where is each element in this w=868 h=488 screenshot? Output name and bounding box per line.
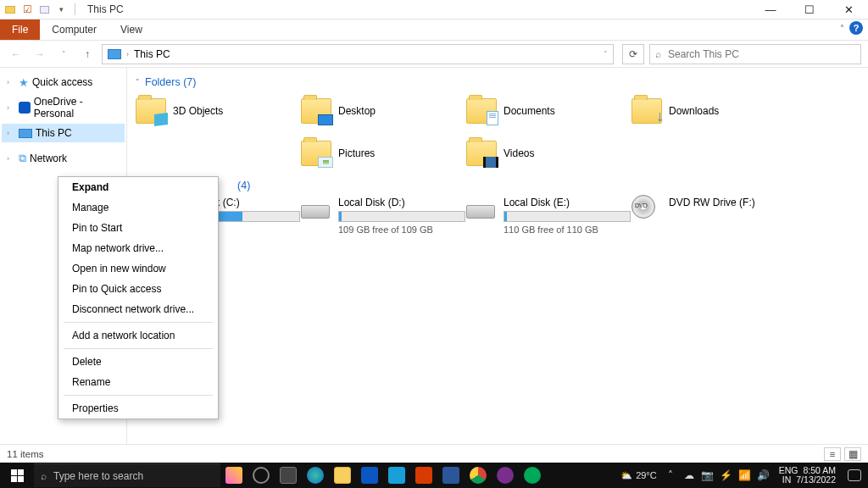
weather-widget[interactable]: ⛅ 29°C (614, 470, 664, 481)
download-arrow-icon: ↓ (656, 108, 664, 125)
edge-icon[interactable] (302, 463, 329, 488)
drives-grid: Local Disk (C:)78.1 GBLocal Disk (D:)109… (136, 197, 860, 235)
status-bar: 11 items ≡ ▦ (0, 444, 868, 463)
folder-label: 3D Objects (173, 105, 223, 117)
folder-label: Pictures (338, 147, 375, 159)
drive-usage-bar (504, 211, 631, 222)
context-menu-item[interactable]: Properties (64, 398, 213, 419)
search-input[interactable] (666, 47, 855, 61)
drive-title: Local Disk (E:) (504, 197, 631, 208)
context-menu: ExpandManagePin to StartMap network driv… (58, 176, 219, 419)
help-icon[interactable]: ? (849, 21, 863, 35)
context-menu-item[interactable]: Open in new window (64, 258, 213, 279)
tray-overflow-icon[interactable]: ˄ (664, 469, 677, 481)
drive-item[interactable]: DVD RW Drive (F:) (632, 197, 797, 235)
context-menu-item[interactable]: Expand (64, 177, 213, 197)
folder-icon (466, 141, 497, 166)
taskbar-pins (220, 463, 546, 488)
wifi-icon[interactable]: 📶 (738, 469, 752, 481)
folders-group-header[interactable]: ˅ Folders (7) (136, 76, 860, 88)
drive-free-text: 110 GB free of 110 GB (504, 225, 631, 235)
view-tab[interactable]: View (108, 19, 154, 40)
battery-icon[interactable]: ⚡ (720, 469, 733, 481)
sidebar-item-label: OneDrive - Personal (34, 96, 125, 119)
computer-tab[interactable]: Computer (40, 19, 108, 40)
explorer-icon (3, 3, 17, 16)
large-icons-view-button[interactable]: ▦ (844, 447, 861, 461)
office-icon[interactable] (410, 463, 437, 488)
drive-item[interactable]: Local Disk (E:)110 GB free of 110 GB (466, 197, 632, 235)
drives-group-header[interactable]: ˅ Devices and drives (4) (136, 180, 860, 191)
sidebar-item-quick-access[interactable]: › ★ Quick access (2, 73, 125, 92)
explorer-taskbar-icon[interactable] (329, 463, 356, 488)
folder-documents[interactable]: Documents (466, 93, 632, 129)
qat-dropdown-icon[interactable]: ▾ (54, 3, 68, 16)
mail-icon[interactable] (356, 463, 383, 488)
window-title: This PC (82, 0, 129, 19)
context-menu-item[interactable]: Map network drive... (64, 238, 213, 258)
context-menu-item[interactable]: Add a network location (64, 325, 213, 346)
properties-qat-icon[interactable]: ☑ (20, 3, 34, 16)
app-icon[interactable] (519, 463, 546, 488)
network-icon: ⧉ (19, 152, 26, 165)
details-view-button[interactable]: ≡ (824, 447, 841, 461)
folders-grid: 3D Objects Desktop Documents ↓Downloads … (136, 93, 860, 171)
task-view-icon[interactable] (275, 463, 302, 488)
search-box[interactable]: ⌕ (649, 44, 861, 64)
context-menu-item[interactable]: Rename (64, 372, 213, 392)
folder-desktop[interactable]: Desktop (301, 93, 466, 129)
sidebar-item-network[interactable]: › ⧉ Network (2, 149, 125, 168)
file-tab[interactable]: File (0, 19, 40, 40)
folder-3d-objects[interactable]: 3D Objects (136, 93, 301, 129)
recent-dropdown[interactable]: ˅ (54, 45, 73, 64)
ribbon-expand-icon[interactable]: ˄ (840, 24, 844, 33)
store-icon[interactable] (383, 463, 410, 488)
chevron-right-icon[interactable]: › (7, 154, 15, 163)
up-button[interactable]: ↑ (78, 45, 97, 64)
refresh-button[interactable]: ⟳ (622, 44, 644, 64)
close-button[interactable]: ✕ (829, 0, 868, 19)
widgets-icon[interactable] (220, 463, 248, 488)
hdd-icon (301, 197, 331, 219)
chrome-icon[interactable] (465, 463, 492, 488)
taskbar-search[interactable]: ⌕ Type here to search (34, 463, 220, 487)
app-icon[interactable] (492, 463, 519, 488)
action-center-icon[interactable] (841, 463, 868, 488)
start-button[interactable] (0, 469, 34, 482)
onedrive-tray-icon[interactable]: ☁ (682, 469, 696, 481)
forward-button[interactable]: → (31, 45, 49, 64)
volume-icon[interactable]: 🔊 (757, 469, 771, 481)
context-menu-item[interactable]: Disconnect network drive... (64, 299, 213, 319)
dvd-drive-icon (632, 197, 662, 219)
taskbar-search-placeholder: Type here to search (53, 470, 143, 482)
breadcrumb[interactable]: This PC (134, 48, 170, 60)
folder-downloads[interactable]: ↓Downloads (632, 93, 797, 129)
taskbar-clock[interactable]: ENG 8:50 AM IN 7/13/2022 (774, 466, 841, 485)
maximize-button[interactable]: ☐ (790, 0, 829, 19)
drive-item[interactable]: Local Disk (D:)109 GB free of 109 GB (301, 197, 466, 235)
lang-region: IN (782, 475, 792, 485)
chevron-right-icon[interactable]: › (7, 129, 15, 137)
minimize-button[interactable]: — (751, 0, 790, 19)
word-icon[interactable] (437, 463, 465, 488)
context-menu-item[interactable]: Pin to Quick access (64, 279, 213, 299)
context-menu-item[interactable]: Delete (64, 352, 213, 372)
folder-icon (301, 141, 331, 166)
folder-icon: ↓ (632, 98, 662, 124)
sidebar-item-this-pc[interactable]: › This PC (2, 124, 125, 142)
back-button[interactable]: ← (7, 45, 25, 64)
context-menu-item[interactable]: Manage (64, 197, 213, 218)
chevron-right-icon[interactable]: › (7, 78, 15, 86)
context-menu-item[interactable]: Pin to Start (64, 218, 213, 238)
folder-pictures[interactable]: Pictures (301, 136, 466, 171)
cortana-icon[interactable] (248, 463, 275, 488)
pc-icon (108, 49, 121, 59)
sidebar-item-onedrive[interactable]: › OneDrive - Personal (2, 98, 125, 117)
new-folder-qat-icon[interactable] (37, 3, 51, 16)
folder-videos[interactable]: Videos (466, 136, 632, 171)
chevron-right-icon[interactable]: › (7, 103, 15, 112)
folder-icon (301, 98, 331, 124)
meet-now-icon[interactable]: 📷 (701, 469, 715, 481)
address-dropdown-icon[interactable]: ˅ (604, 50, 608, 58)
address-bar[interactable]: › This PC ˅ (102, 44, 614, 64)
